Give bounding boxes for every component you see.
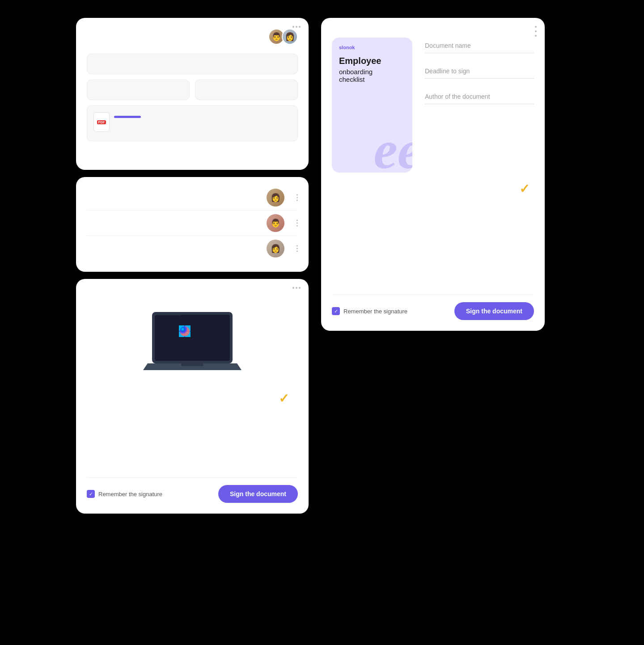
deadline-value — [425, 78, 534, 79]
laptop-image — [143, 308, 242, 379]
doc-remember-checkbox[interactable]: ✓ — [332, 307, 340, 315]
doc-subtitle: onboardingchecklist — [339, 68, 405, 83]
card-document: slonok Employee onboardingchecklist ee D… — [321, 18, 545, 331]
author-label: Author of the document — [425, 93, 534, 100]
spacer — [87, 406, 298, 477]
left-column: 👨 👩 PDF 👩 — [76, 18, 309, 514]
card1-menu[interactable] — [292, 26, 301, 28]
doc-remember-label: Remember the signature — [343, 308, 407, 315]
field-document-name: Document name — [425, 42, 534, 53]
doc-footer: ✓ Remember the signature Sign the docume… — [332, 295, 534, 320]
dot1 — [292, 26, 294, 28]
document-name-value — [425, 53, 534, 53]
d8 — [297, 248, 298, 249]
field-deadline: Deadline to sign — [425, 67, 534, 79]
doc-fields: Document name Deadline to sign Author of… — [425, 38, 534, 173]
svg-rect-9 — [155, 315, 182, 316]
brand-text: slon — [339, 45, 349, 50]
doc-spacer — [332, 205, 534, 295]
vdot3 — [535, 35, 537, 37]
card-doc-menu[interactable] — [535, 26, 537, 37]
user-row-2: 👨 — [87, 211, 298, 236]
form-field-half-1[interactable] — [87, 80, 190, 100]
d3 — [297, 200, 298, 201]
svg-rect-1 — [155, 315, 230, 361]
d4 — [297, 220, 298, 221]
pdf-progress — [114, 116, 141, 118]
user-row-3: 👩 — [87, 236, 298, 261]
d2 — [297, 197, 298, 198]
doc-preview: slonok Employee onboardingchecklist ee — [332, 38, 412, 173]
user-avatar-2: 👨 — [267, 214, 284, 232]
svg-rect-8 — [181, 363, 203, 366]
sign-document-button[interactable]: Sign the document — [218, 485, 298, 503]
avatar-2: 👩 — [282, 29, 298, 45]
form-row — [87, 80, 298, 100]
card-laptop: ✓ ✓ Remember the signature Sign the docu… — [76, 279, 309, 514]
doc-remember-group: ✓ Remember the signature — [332, 307, 407, 315]
form-field-full-1[interactable] — [87, 54, 298, 74]
user-row-1: 👩 — [87, 185, 298, 211]
card-form: 👨 👩 PDF — [76, 18, 309, 170]
right-column: slonok Employee onboardingchecklist ee D… — [321, 18, 545, 514]
dot-a — [292, 287, 294, 289]
user-menu-2[interactable] — [297, 220, 298, 227]
dot-b — [296, 287, 297, 289]
doc-checkmark-icon: ✓ — [519, 181, 530, 196]
doc-watermark: ee — [373, 123, 412, 173]
checkmark-icon: ✓ — [279, 391, 289, 406]
d9 — [297, 251, 298, 252]
main-container: 👨 👩 PDF 👩 — [76, 18, 568, 514]
card-users: 👩 👨 👩 — [76, 177, 309, 272]
d7 — [297, 245, 298, 247]
doc-sign-button[interactable]: Sign the document — [454, 302, 534, 320]
doc-checkmark-area: ✓ — [332, 173, 534, 205]
document-name-label: Document name — [425, 42, 534, 49]
user-menu-1[interactable] — [297, 194, 298, 201]
remember-checkbox[interactable]: ✓ — [87, 490, 95, 498]
pdf-info — [114, 112, 141, 118]
user-avatar-1: 👩 — [267, 189, 284, 207]
author-value — [425, 104, 534, 104]
user-avatar-3: 👩 — [267, 240, 284, 257]
remember-signature-group: ✓ Remember the signature — [87, 490, 162, 498]
doc-content: slonok Employee onboardingchecklist ee D… — [332, 38, 534, 173]
laptop-area — [87, 290, 298, 388]
checkmark-area: ✓ — [87, 388, 298, 406]
d1 — [297, 194, 298, 196]
deadline-label: Deadline to sign — [425, 67, 534, 75]
brand-suffix: ok — [349, 45, 355, 50]
svg-point-7 — [180, 326, 190, 336]
remember-label: Remember the signature — [98, 491, 162, 497]
user-menu-3[interactable] — [297, 245, 298, 252]
field-author: Author of the document — [425, 93, 534, 104]
d5 — [297, 223, 298, 224]
d6 — [297, 225, 298, 227]
pdf-area: PDF — [87, 105, 298, 141]
form-field-half-2[interactable] — [195, 80, 298, 100]
dot-c — [299, 287, 301, 289]
dot2 — [296, 26, 297, 28]
card3-footer: ✓ Remember the signature Sign the docume… — [87, 477, 298, 503]
card3-menu[interactable] — [292, 287, 301, 289]
pdf-icon: PDF — [93, 112, 110, 132]
dot3 — [299, 26, 301, 28]
pdf-badge: PDF — [97, 120, 106, 124]
vdot2 — [535, 30, 537, 32]
vdot1 — [535, 26, 537, 28]
doc-brand: slonok — [339, 45, 405, 50]
avatar-group: 👨 👩 — [87, 29, 298, 45]
doc-title: Employee — [339, 55, 405, 66]
